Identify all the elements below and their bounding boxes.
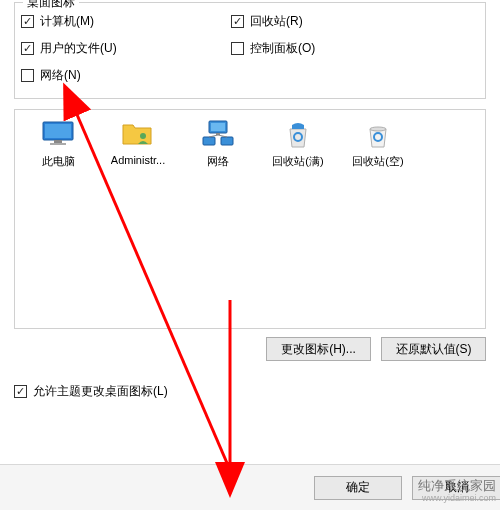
checkbox-icon (21, 69, 34, 82)
restore-default-button[interactable]: 还原默认值(S) (381, 337, 486, 361)
svg-rect-7 (216, 133, 220, 135)
icon-recycle-full[interactable]: 回收站(满) (259, 118, 337, 169)
checkbox-allow-theme[interactable]: 允许主题更改桌面图标(L) (14, 383, 486, 400)
recycle-empty-icon (359, 118, 397, 150)
svg-point-13 (370, 127, 386, 131)
icon-label: 此电脑 (42, 154, 75, 169)
network-icon (199, 118, 237, 150)
svg-rect-6 (211, 123, 225, 131)
checkbox-control-panel[interactable]: 控制面板(O) (231, 40, 315, 57)
icon-preview-panel: 此电脑 Administr... (14, 109, 486, 329)
ok-button[interactable]: 确定 (314, 476, 402, 500)
change-icon-button[interactable]: 更改图标(H)... (266, 337, 371, 361)
icon-this-pc[interactable]: 此电脑 (19, 118, 97, 169)
checkbox-label: 计算机(M) (40, 13, 94, 30)
checkbox-label: 回收站(R) (250, 13, 303, 30)
icon-administrator[interactable]: Administr... (99, 118, 177, 166)
checkbox-icon (231, 42, 244, 55)
svg-rect-8 (203, 137, 215, 145)
icon-label: 网络 (207, 154, 229, 169)
svg-rect-2 (54, 140, 62, 143)
monitor-icon (39, 118, 77, 150)
svg-rect-1 (45, 124, 71, 138)
folder-user-icon (119, 118, 157, 150)
checkbox-icon (231, 15, 244, 28)
cancel-button[interactable]: 取消 (412, 476, 500, 500)
checkbox-icon (21, 15, 34, 28)
icon-label: 回收站(满) (272, 154, 323, 169)
icon-recycle-empty[interactable]: 回收站(空) (339, 118, 417, 169)
icon-label: 回收站(空) (352, 154, 403, 169)
checkbox-recycle-bin[interactable]: 回收站(R) (231, 13, 315, 30)
icon-network[interactable]: 网络 (179, 118, 257, 169)
checkbox-label: 网络(N) (40, 67, 81, 84)
checkbox-computer[interactable]: 计算机(M) (21, 13, 231, 30)
svg-point-4 (140, 133, 146, 139)
checkbox-label: 控制面板(O) (250, 40, 315, 57)
dialog-button-bar: 确定 取消 (0, 464, 500, 510)
fieldset-legend: 桌面图标 (23, 0, 79, 11)
icon-label: Administr... (111, 154, 165, 166)
recycle-full-icon (279, 118, 317, 150)
checkbox-icon (21, 42, 34, 55)
checkbox-icon (14, 385, 27, 398)
desktop-icons-fieldset: 桌面图标 计算机(M) 用户的文件(U) 网络(N) (14, 2, 486, 99)
checkbox-user-files[interactable]: 用户的文件(U) (21, 40, 231, 57)
checkbox-network[interactable]: 网络(N) (21, 67, 231, 84)
checkbox-label: 允许主题更改桌面图标(L) (33, 383, 168, 400)
checkbox-label: 用户的文件(U) (40, 40, 117, 57)
svg-rect-3 (50, 143, 66, 145)
svg-rect-9 (221, 137, 233, 145)
